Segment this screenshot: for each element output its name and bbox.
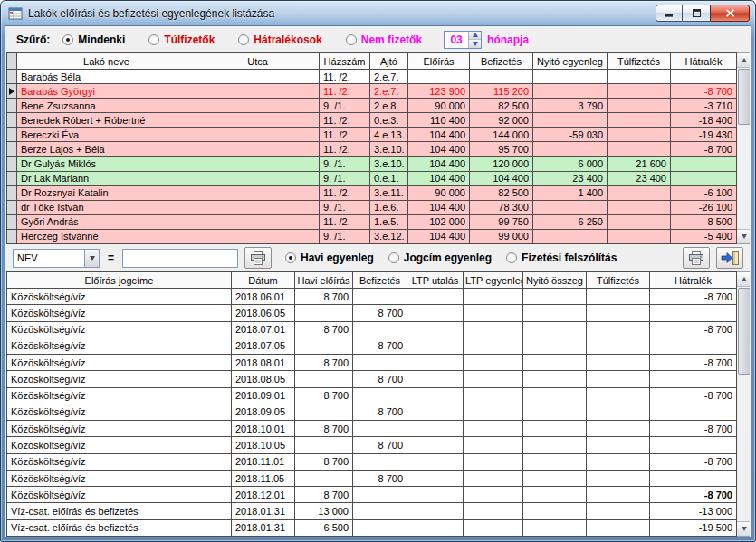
column-header[interactable]: Nyitó egyenleg <box>533 53 608 70</box>
column-header[interactable]: Túlfizetés <box>587 272 650 289</box>
table-cell <box>464 437 523 453</box>
table-row[interactable]: Berze Lajos + Béla11. /2.3.e.10.104 4009… <box>7 142 737 157</box>
table-cell <box>464 321 523 338</box>
exit-button[interactable] <box>716 247 743 269</box>
column-header[interactable]: Utca <box>196 53 320 70</box>
table-cell <box>587 289 650 305</box>
table-row[interactable]: Dr Rozsnyai Katalin11. /2.3.e.11.90 0008… <box>7 185 737 200</box>
column-header[interactable]: LTP utalás <box>407 272 464 289</box>
search-input[interactable] <box>122 249 238 268</box>
table-cell: -8 700 <box>671 142 737 157</box>
field-selector-combobox[interactable]: NEV <box>13 249 100 268</box>
column-header[interactable]: Befizetés <box>353 272 407 289</box>
chevron-up-icon <box>742 58 747 62</box>
column-header[interactable]: LTP egyenleg <box>464 272 523 289</box>
residents-grid-area: Lakó neveUtcaHázszámAjtóElőírásBefizetés… <box>6 52 750 244</box>
close-button[interactable] <box>710 5 750 22</box>
radio-label: Havi egyenleg <box>301 252 374 264</box>
view-option-1[interactable]: Havi egyenleg <box>285 252 374 264</box>
print-report-button[interactable] <box>683 247 710 269</box>
print-button[interactable] <box>244 247 272 269</box>
table-cell: 104 400 <box>408 157 470 171</box>
table-row[interactable]: Barabás Béla11. /2.2.e.7. <box>7 70 737 84</box>
column-header[interactable]: Házszám <box>320 53 370 70</box>
table-cell <box>608 214 671 229</box>
filter-option-4[interactable]: Nem fizetők <box>346 33 422 46</box>
scroll-thumb[interactable] <box>738 69 750 125</box>
table-row[interactable]: Közösköltség/víz2018.10.058 700 <box>7 437 737 453</box>
table-cell: Közösköltség/víz <box>7 321 232 338</box>
filter-option-3[interactable]: Hátralékosok <box>238 33 321 46</box>
scroll-up-button[interactable] <box>737 272 750 287</box>
scroll-track[interactable] <box>737 287 750 521</box>
table-row[interactable]: Dr Gulyás Miklós9. /1.3.e.10.104 400120 … <box>7 157 737 171</box>
table-cell: -6 100 <box>671 185 737 200</box>
view-option-2[interactable]: Jogcím egyenleg <box>388 252 492 264</box>
column-header[interactable]: Hátralék <box>650 272 737 289</box>
filter-option-1[interactable]: Mindenki <box>62 33 125 46</box>
table-row[interactable]: Közösköltség/víz2018.11.018 700-8 700 <box>7 453 737 470</box>
table-row[interactable]: Dr Lak Mariann9. /1.0.e.1.104 400104 400… <box>7 171 737 185</box>
table-row[interactable]: Herczeg Istvánné9. /1.3.e.12.104 40099 0… <box>7 229 737 243</box>
table-row[interactable]: Közösköltség/víz2018.09.018 700-8 700 <box>7 387 737 404</box>
table-row[interactable]: Közösköltség/víz2018.09.058 700 <box>7 404 737 420</box>
table-row[interactable]: Víz-csat. előírás és befizetés2018.01.31… <box>7 519 737 536</box>
scroll-down-button[interactable] <box>737 229 750 243</box>
combobox-dropdown-button[interactable] <box>84 250 99 267</box>
filter-option-2[interactable]: Túlfizetők <box>148 33 215 46</box>
table-row[interactable]: Győri András11. /2.1.e.5.102 00099 750-6… <box>7 214 737 229</box>
table-row[interactable]: Víz-csat. előírás és befizetés2018.01.31… <box>7 503 737 519</box>
column-header[interactable]: Ajtó <box>370 53 408 70</box>
table-cell <box>407 503 464 519</box>
table-cell: Közösköltség/víz <box>7 338 232 354</box>
spinner-down-button[interactable] <box>469 39 481 48</box>
column-header[interactable]: Hátralék <box>671 53 737 70</box>
table-cell: -8 700 <box>671 84 737 99</box>
months-input[interactable]: 03 <box>445 32 468 48</box>
table-row[interactable]: Bereczki Éva11. /2.4.e.13.104 400144 000… <box>7 128 737 142</box>
radio-icon <box>62 34 73 45</box>
column-header[interactable]: Befizetés <box>470 53 533 70</box>
title-bar[interactable]: Lakók előírási és befizetési egyenlegéne… <box>1 1 755 25</box>
view-option-3[interactable]: Fizetési felszólítás <box>506 252 617 264</box>
table-row[interactable]: Közösköltség/víz2018.10.018 700-8 700 <box>7 421 737 437</box>
scroll-track[interactable] <box>737 68 750 229</box>
spinner-up-button[interactable] <box>469 32 481 40</box>
scroll-up-button[interactable] <box>737 53 750 68</box>
table-row[interactable]: Barabás Györgyi11. /2.2.e.7.123 900115 2… <box>7 84 737 99</box>
row-indicator <box>7 70 17 84</box>
detail-scrollbar[interactable] <box>737 271 750 537</box>
minimize-button[interactable] <box>656 5 683 22</box>
table-row[interactable]: Közösköltség/víz2018.12.018 700-8 700 <box>7 487 737 503</box>
column-header[interactable]: Előírás <box>408 53 470 70</box>
column-header[interactable]: Havi előírás <box>295 272 353 289</box>
table-row[interactable]: Közösköltség/víz2018.08.018 700-8 700 <box>7 355 737 371</box>
scroll-down-button[interactable] <box>737 521 750 536</box>
column-header[interactable]: Előírás jogcíme <box>7 272 232 289</box>
table-cell <box>523 305 587 321</box>
table-row[interactable]: Közösköltség/víz2018.07.018 700-8 700 <box>7 321 737 338</box>
column-header[interactable]: Lakó neve <box>17 53 196 70</box>
table-row[interactable]: Bene Zsuzsanna9. /1.2.e.8.90 00082 5003 … <box>7 99 737 113</box>
table-cell <box>523 470 587 486</box>
table-cell <box>295 437 353 453</box>
table-row[interactable]: Közösköltség/víz2018.07.058 700 <box>7 338 737 354</box>
table-cell: 8 700 <box>295 355 353 371</box>
table-row[interactable]: Közösköltség/víz2018.08.058 700 <box>7 371 737 387</box>
table-cell: 9. /1. <box>320 171 370 185</box>
scroll-thumb[interactable] <box>738 288 750 375</box>
table-row[interactable]: Benedek Róbert + Róbertné11. /2.0.e.3.11… <box>7 113 737 128</box>
column-header[interactable]: Túlfizetés <box>608 53 671 70</box>
table-row[interactable]: Közösköltség/víz2018.06.058 700 <box>7 305 737 321</box>
table-cell <box>587 338 650 354</box>
table-row[interactable]: Közösköltség/víz2018.11.058 700 <box>7 470 737 486</box>
residents-scrollbar[interactable] <box>737 52 750 244</box>
maximize-button[interactable] <box>683 5 710 22</box>
table-cell <box>608 70 671 84</box>
table-cell <box>650 404 737 420</box>
table-row[interactable]: Közösköltség/víz2018.06.018 700-8 700 <box>7 289 737 305</box>
table-row[interactable]: dr Tőke István9. /1.1.e.6.104 40078 300-… <box>7 200 737 214</box>
table-cell: Herczeg Istvánné <box>17 229 196 243</box>
column-header[interactable]: Dátum <box>232 272 295 289</box>
column-header[interactable]: Nyitó összeg <box>523 272 587 289</box>
